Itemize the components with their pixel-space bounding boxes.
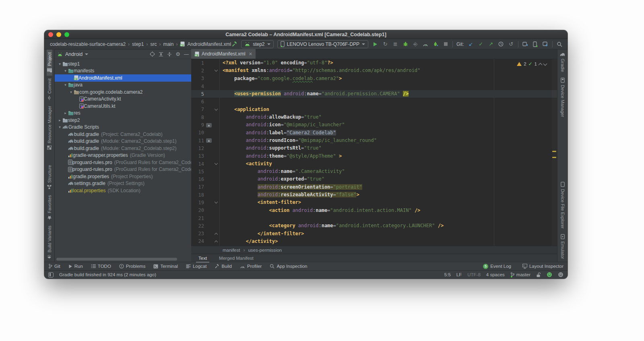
stripe-button-favorites[interactable]: Favorites [47,192,52,223]
stripe-button-resource-manager[interactable]: Resource Manager [47,103,52,153]
rerun-icon[interactable]: ↻ [382,41,388,48]
editor-mode-tab-text[interactable]: Text [198,255,208,261]
previous-issue-icon[interactable] [539,63,543,67]
stop-button[interactable] [442,41,449,48]
code-line-15[interactable]: 15 android:name=".CameraActivity" [191,168,557,175]
horizontal-scrollbar[interactable] [56,258,177,261]
breadcrumb-item-main[interactable]: main [163,41,173,47]
caret-position[interactable]: 5:5 [444,272,451,277]
tree-item-java[interactable]: ▾java [55,82,191,89]
tool-window-button-event-log[interactable]: 5Event Log [483,264,511,269]
git-branch-widget[interactable]: master [510,272,530,277]
close-tab-icon[interactable]: ✕ [249,51,252,57]
breadcrumb-item-codelab-resizable-surface-camera2[interactable]: codelab-resizable-surface-camera2 [50,41,126,47]
tree-item-build-gradle[interactable]: build.gradle(Module: Camera2_Codelab.ste… [55,145,191,152]
rollback-icon[interactable]: ↺ [508,41,514,48]
profiler-gauge-icon[interactable] [422,41,429,48]
collapse-all-icon[interactable] [167,52,172,57]
build-hammer-icon[interactable] [231,41,237,48]
code-line-9[interactable]: 9▲ android:icon="@mipmap/ic_launcher" [191,121,557,129]
tool-window-button-logcat[interactable]: Logcat [186,264,207,269]
tree-item-camerautils-kt[interactable]: CameraUtils.kt [55,103,191,110]
tree-item-cameraactivity-kt[interactable]: CameraActivity.kt [55,96,191,103]
hide-panel-icon[interactable]: — [184,51,189,57]
code-line-8[interactable]: 8 android:allowBackup="true" [191,113,557,121]
lock-icon[interactable] [536,272,541,277]
tool-window-button-profiler[interactable]: Profiler [240,264,262,269]
stripe-button-project[interactable]: Project [47,49,52,76]
breadcrumb-item-src[interactable]: src [150,41,157,47]
code-line-21[interactable]: 21 [191,214,557,222]
code-line-11[interactable]: 11▲ android:roundIcon="@mipmap/ic_launch… [191,137,557,144]
tree-item-manifests[interactable]: ▾manifests [55,68,191,75]
code-line-14[interactable]: 14 <activity [191,160,557,168]
code-line-3[interactable]: 3 package="com.google.codelab.camera2"> [191,75,557,82]
git-commit-icon[interactable]: ✓ [478,41,484,48]
tool-window-toggle-icon[interactable] [48,272,54,277]
stripe-button-gradle[interactable]: Gradle [560,49,566,75]
tool-window-button-layout-inspector[interactable]: Layout Inspector [522,264,564,269]
fold-marker-icon[interactable] [215,232,218,236]
code-line-23[interactable]: 23 </intent-filter> [191,230,557,238]
tree-item-settings-gradle[interactable]: settings.gradle(Project Settings) [55,180,191,187]
stripe-button-commit[interactable]: Commit [47,76,52,103]
tool-window-button-terminal[interactable]: Terminal [153,264,178,269]
code-line-5[interactable]: 5 <uses-permission android:name="android… [191,90,557,98]
tree-item-local-properties[interactable]: local.properties(SDK Location) [55,187,191,194]
xml-breadcrumb-manifest[interactable]: manifest [223,248,240,253]
stripe-button-structure[interactable]: Structure [47,162,52,192]
fold-marker-icon[interactable] [215,107,218,111]
file-encoding[interactable]: UTF-8 [467,272,481,277]
history-clock-icon[interactable] [498,41,504,48]
tool-window-button-git[interactable]: Git [48,264,60,269]
code-line-19[interactable]: 19 <intent-filter> [191,199,557,206]
code-line-24[interactable]: 24 </activity> [191,238,557,245]
tree-item-build-gradle[interactable]: build.gradle(Module: Camera2_Codelab.ste… [55,138,191,145]
tool-window-button-run[interactable]: Run [68,264,83,269]
project-view-selector[interactable]: Android [65,51,83,57]
code-line-10[interactable]: 10 android:label="Camera2 Codelab" [191,129,557,137]
editor-mode-tab-merged-manifest[interactable]: Merged Manifest [218,255,254,261]
locate-file-icon[interactable] [150,51,155,57]
run-button[interactable] [372,41,378,48]
sad-face-icon[interactable] [558,272,564,277]
code-line-4[interactable]: 4 [191,82,557,90]
indent-setting[interactable]: 4 spaces [486,272,505,277]
code-line-18[interactable]: 18 android:resizeableActivity="false"> [191,191,557,199]
tool-window-button-build[interactable]: Build [215,264,232,269]
profiler-device-icon[interactable] [522,41,528,48]
warning-stripe-mark[interactable] [552,151,556,152]
debug-bug-icon[interactable] [402,41,409,48]
device-manager-icon[interactable] [532,41,539,48]
code-line-13[interactable]: 13 android:theme="@style/AppTheme" > [191,152,557,160]
tree-item-build-gradle[interactable]: build.gradle(Project: Camera2_Codelab) [55,131,191,138]
stripe-button-device-manager[interactable]: Device Manager [560,75,565,120]
tree-item-androidmanifest-xml[interactable]: MFAndroidManifest.xml [55,74,191,82]
tree-item-com-google-codelab-camera2[interactable]: ▾com.google.codelab.camera2 [55,88,191,96]
next-issue-icon[interactable] [543,62,547,66]
code-line-2[interactable]: 2<manifest xmlns:android="http://schemas… [191,67,557,74]
tool-window-button-todo[interactable]: TODO [91,264,111,269]
tree-item-gradle-wrapper-properties[interactable]: gradle-wrapper.properties(Gradle Version… [55,152,191,159]
attach-debugger-icon[interactable]: ⎆ [412,41,419,48]
editor-scrollbar[interactable] [552,59,557,246]
xml-breadcrumb-uses-permission[interactable]: uses-permission [248,248,282,253]
stripe-button-device-file-explorer[interactable]: Device File Explorer [560,179,565,231]
stripe-button-emulator[interactable]: Emulator [560,231,565,262]
tool-window-button-problems[interactable]: Problems [119,264,146,269]
happy-face-icon[interactable] [547,272,552,277]
tree-item-step2[interactable]: ▸step2 [55,117,191,124]
stripe-button-build-variants[interactable]: Build Variants [47,223,52,262]
fold-marker-icon[interactable] [215,240,218,244]
expand-all-icon[interactable] [159,52,163,57]
code-line-16[interactable]: 16 android:exported="true" [191,175,557,183]
run-configuration-select[interactable]: step2 [241,40,273,48]
tree-item-gradle-properties[interactable]: gradle.properties(Project Properties) [55,173,191,180]
breadcrumb-item-androidmanifest-xml[interactable]: AndroidManifest.xml [187,41,231,47]
tree-item-gradle-scripts[interactable]: ▾Gradle Scripts [55,124,191,131]
profile-app-icon[interactable] [432,41,439,48]
fold-marker-icon[interactable] [215,200,218,203]
code-line-17[interactable]: 17 android:screenOrientation="portrait" [191,183,557,191]
sdk-manager-icon[interactable] [542,41,549,48]
tree-item-proguard-rules-pro[interactable]: proguard-rules.pro(ProGuard Rules for Ca… [55,166,191,173]
